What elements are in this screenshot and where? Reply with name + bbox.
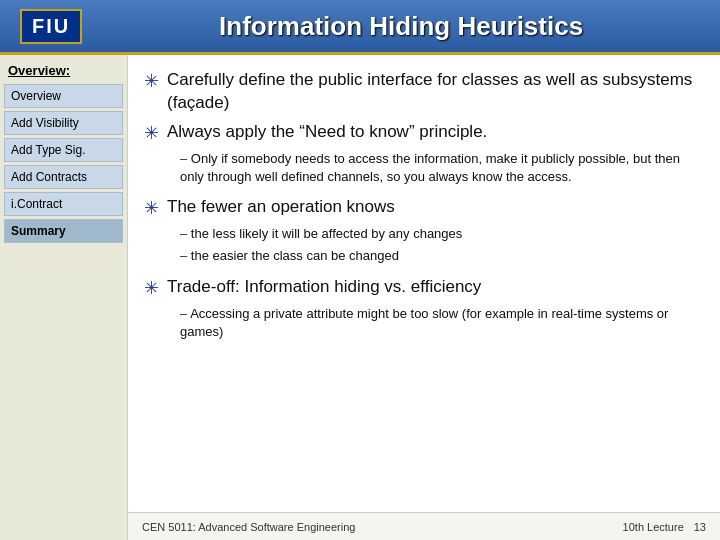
sub-bullet-2-2: the easier the class can be changed <box>180 247 700 265</box>
sidebar-item-summary[interactable]: Summary <box>4 219 123 243</box>
footer-course: CEN 5011: Advanced Software Engineering <box>142 521 355 533</box>
bullet-text-2: Always apply the “Need to know” principl… <box>167 121 487 144</box>
footer: CEN 5011: Advanced Software Engineering … <box>128 512 720 540</box>
bullet-3: ✳ The fewer an operation knows <box>144 196 700 219</box>
bullet-4: ✳ Trade-off: Information hiding vs. effi… <box>144 276 700 299</box>
bullet-text-1: Carefully define the public interface fo… <box>167 69 700 115</box>
sidebar-item-add-contracts[interactable]: Add Contracts <box>4 165 123 189</box>
bullet-2: ✳ Always apply the “Need to know” princi… <box>144 121 700 144</box>
header: FIU Information Hiding Heuristics <box>0 0 720 55</box>
bullet-star-2: ✳ <box>144 122 159 144</box>
bullet-star-4: ✳ <box>144 277 159 299</box>
logo-area: FIU <box>20 9 82 44</box>
sub-bullet-2-1: the less likely it will be affected by a… <box>180 225 700 243</box>
fiu-logo: FIU <box>20 9 82 44</box>
page-title: Information Hiding Heuristics <box>102 11 700 42</box>
content-area: ✳ Carefully define the public interface … <box>128 55 720 540</box>
sidebar-item-overview[interactable]: Overview <box>4 84 123 108</box>
bullet-1: ✳ Carefully define the public interface … <box>144 69 700 115</box>
bullet-star-3: ✳ <box>144 197 159 219</box>
sidebar-item-add-type-sig[interactable]: Add Type Sig. <box>4 138 123 162</box>
sidebar: Overview: Overview Add Visibility Add Ty… <box>0 55 128 540</box>
sub-bullet-3-1: Accessing a private attribute might be t… <box>180 305 700 341</box>
bullet-text-4: Trade-off: Information hiding vs. effici… <box>167 276 481 299</box>
bullet-text-3: The fewer an operation knows <box>167 196 395 219</box>
footer-right: 10th Lecture 13 <box>623 521 706 533</box>
sidebar-overview-label: Overview: <box>4 63 123 78</box>
bullet-star-1: ✳ <box>144 70 159 92</box>
footer-page: 13 <box>694 521 706 533</box>
footer-lecture: 10th Lecture <box>623 521 684 533</box>
sidebar-item-icontract[interactable]: i.Contract <box>4 192 123 216</box>
sidebar-item-add-visibility[interactable]: Add Visibility <box>4 111 123 135</box>
main-layout: Overview: Overview Add Visibility Add Ty… <box>0 55 720 540</box>
sub-bullet-1-1: Only if somebody needs to access the inf… <box>180 150 700 186</box>
